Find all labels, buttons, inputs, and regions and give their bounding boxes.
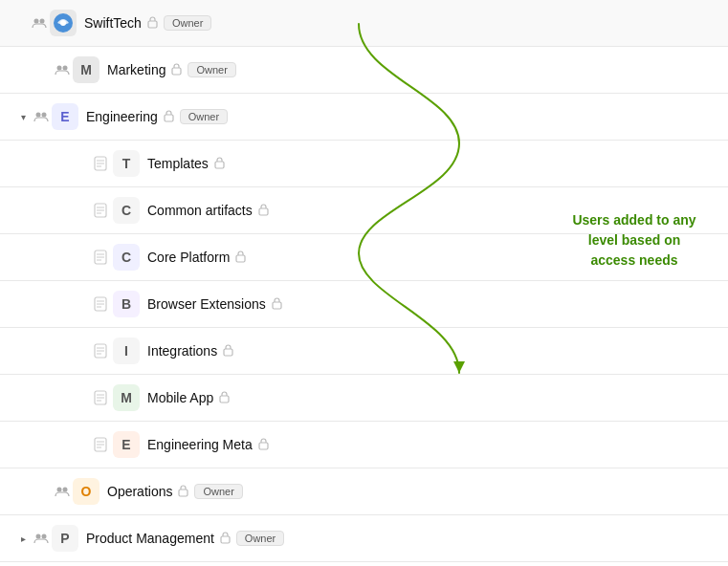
svg-point-47 xyxy=(63,488,68,492)
svg-rect-45 xyxy=(259,443,268,449)
avatar: M xyxy=(113,384,140,411)
svg-point-49 xyxy=(36,534,41,539)
svg-rect-51 xyxy=(221,536,230,543)
avatar: P xyxy=(52,525,78,552)
row-label: Common artifacts xyxy=(147,203,253,218)
avatar: C xyxy=(113,197,140,224)
row-engineering-meta[interactable]: EEngineering Meta xyxy=(0,422,728,468)
owner-badge: Owner xyxy=(180,109,228,124)
svg-point-5 xyxy=(57,66,62,71)
lock-icon xyxy=(272,297,282,312)
svg-point-0 xyxy=(34,19,39,24)
group-icon xyxy=(54,483,71,500)
lock-icon xyxy=(235,250,246,265)
svg-rect-20 xyxy=(259,208,268,215)
svg-rect-40 xyxy=(220,396,229,403)
row-operations[interactable]: OOperations Owner xyxy=(0,468,728,515)
svg-point-46 xyxy=(57,488,62,492)
lock-icon xyxy=(223,344,233,359)
group-icon xyxy=(54,61,71,78)
row-label: Operations xyxy=(107,484,172,499)
svg-rect-30 xyxy=(273,302,281,309)
svg-rect-15 xyxy=(215,162,224,168)
row-label: Mobile App xyxy=(147,390,213,405)
page-icon xyxy=(92,436,109,453)
row-label: Core Platform xyxy=(147,250,230,265)
annotation-text: Users added to any level based on access… xyxy=(567,210,701,271)
svg-point-50 xyxy=(42,534,47,539)
svg-rect-48 xyxy=(179,490,188,496)
page-icon xyxy=(92,155,109,172)
owner-badge: Owner xyxy=(188,62,235,77)
svg-rect-25 xyxy=(236,255,245,262)
page-icon xyxy=(92,249,109,266)
svg-rect-35 xyxy=(224,349,232,356)
group-icon xyxy=(33,108,50,125)
lock-icon xyxy=(164,110,174,124)
avatar: E xyxy=(113,431,140,458)
group-icon xyxy=(31,14,48,32)
svg-rect-10 xyxy=(165,115,173,121)
row-label: Marketing xyxy=(107,62,165,77)
group-icon xyxy=(33,530,50,547)
lock-icon xyxy=(171,63,182,77)
svg-point-3 xyxy=(60,20,66,26)
lock-icon xyxy=(258,204,269,218)
lock-icon xyxy=(258,438,269,452)
owner-badge: Owner xyxy=(164,15,211,31)
tree-container: SwiftTech Owner MMarketing Owner▾ EEngin… xyxy=(0,0,728,562)
owner-badge: Owner xyxy=(194,484,242,499)
avatar: M xyxy=(73,56,99,83)
row-swifttech[interactable]: SwiftTech Owner xyxy=(0,0,728,47)
svg-point-6 xyxy=(63,66,68,71)
row-label: Browser Extensions xyxy=(147,296,266,312)
lock-icon xyxy=(219,391,230,405)
svg-rect-7 xyxy=(172,68,181,75)
row-label: Templates xyxy=(147,156,209,171)
page-icon xyxy=(92,389,109,406)
avatar: O xyxy=(73,478,99,505)
row-label: Engineering xyxy=(86,109,158,124)
row-engineering[interactable]: ▾ EEngineering Owner xyxy=(0,94,728,141)
svg-point-8 xyxy=(36,113,41,118)
lock-icon xyxy=(220,532,231,546)
avatar: E xyxy=(52,103,78,130)
row-browser-extensions[interactable]: BBrowser Extensions xyxy=(0,281,728,328)
row-product-management[interactable]: ▸ PProduct Management Owner xyxy=(0,515,728,562)
row-templates[interactable]: TTemplates xyxy=(0,141,728,187)
row-integrations[interactable]: IIntegrations xyxy=(0,328,728,375)
svg-point-9 xyxy=(42,113,47,118)
page-icon xyxy=(92,295,109,313)
page-icon xyxy=(92,342,109,359)
avatar: T xyxy=(113,150,140,177)
lock-icon xyxy=(147,16,158,31)
row-label: Integrations xyxy=(147,343,217,359)
row-marketing[interactable]: MMarketing Owner xyxy=(0,47,728,94)
row-mobile-app[interactable]: MMobile App xyxy=(0,375,728,422)
svg-rect-4 xyxy=(148,21,157,28)
avatar: C xyxy=(113,244,140,271)
row-label: SwiftTech xyxy=(84,15,142,31)
avatar: B xyxy=(113,291,140,317)
avatar xyxy=(50,10,77,36)
lock-icon xyxy=(178,485,188,499)
avatar: I xyxy=(113,337,140,364)
row-label: Engineering Meta xyxy=(147,437,253,452)
row-label: Product Management xyxy=(86,531,214,546)
chevron-icon[interactable]: ▾ xyxy=(15,109,31,124)
owner-badge: Owner xyxy=(236,531,284,546)
page-icon xyxy=(92,202,109,219)
lock-icon xyxy=(214,157,225,171)
chevron-icon[interactable]: ▸ xyxy=(15,531,31,546)
svg-point-1 xyxy=(40,19,45,24)
